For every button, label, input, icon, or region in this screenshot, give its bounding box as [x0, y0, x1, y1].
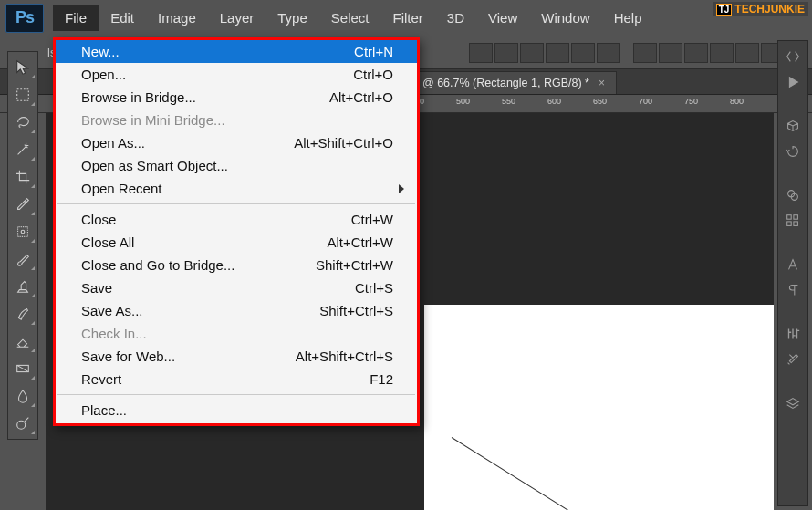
menu-item-shortcut: Shift+Ctrl+W — [316, 257, 393, 273]
align-left-icon[interactable] — [469, 43, 493, 63]
menu-item-label: Open as Smart Object... — [81, 158, 228, 173]
menu-3d[interactable]: 3D — [435, 5, 476, 31]
close-tab-icon[interactable]: × — [599, 77, 605, 89]
menu-item-label: New... — [81, 44, 120, 59]
svg-rect-10 — [794, 222, 798, 226]
menu-item-label: Save — [81, 280, 112, 296]
menu-type[interactable]: Type — [265, 5, 319, 31]
menu-item-shortcut: Alt+Shift+Ctrl+O — [294, 135, 393, 151]
menu-layer[interactable]: Layer — [208, 5, 266, 31]
3d-panel-icon[interactable] — [783, 116, 803, 136]
menu-separator — [57, 394, 415, 395]
ruler-tick-700: 700 — [639, 97, 652, 106]
watermark-logo: TJ — [716, 4, 733, 16]
eyedropper-tool[interactable] — [10, 193, 36, 216]
svg-point-4 — [17, 421, 26, 429]
menu-item-shortcut: Alt+Ctrl+W — [327, 234, 393, 250]
menu-item-label: Open As... — [81, 135, 145, 151]
swatches-panel-icon[interactable] — [783, 211, 803, 231]
tools-panel — [7, 51, 38, 440]
lasso-tool[interactable] — [10, 110, 36, 134]
menu-item-label: Browse in Mini Bridge... — [81, 112, 225, 128]
expand-panel-icon[interactable] — [783, 47, 803, 67]
align-center-icon[interactable] — [494, 43, 518, 63]
distribute-3-icon[interactable] — [684, 43, 708, 63]
menu-item-save-as[interactable]: Save As...Shift+Ctrl+S — [56, 299, 417, 322]
adjustments-panel-icon[interactable] — [783, 324, 803, 344]
menu-item-shortcut: F12 — [370, 371, 393, 387]
ruler-tick-550: 550 — [502, 97, 515, 106]
distribute-5-icon[interactable] — [735, 43, 759, 63]
menu-item-label: Open... — [81, 67, 126, 82]
styles-panel-icon[interactable] — [783, 349, 803, 369]
history-panel-icon[interactable] — [783, 141, 803, 161]
app-logo: Ps — [5, 4, 44, 33]
menu-item-close-and-go-to-bridge[interactable]: Close and Go to Bridge...Shift+Ctrl+W — [56, 254, 417, 276]
menu-item-open-as[interactable]: Open As...Alt+Shift+Ctrl+O — [56, 131, 417, 154]
menu-edit[interactable]: Edit — [99, 5, 146, 31]
align-bottom-icon[interactable] — [597, 43, 620, 63]
menu-item-label: Close All — [81, 234, 134, 250]
distribute-4-icon[interactable] — [710, 43, 734, 63]
document-canvas[interactable] — [424, 305, 774, 510]
svg-rect-1 — [18, 227, 28, 237]
ruler-tick-600: 600 — [547, 97, 561, 106]
play-icon[interactable] — [783, 72, 803, 92]
svg-rect-9 — [787, 222, 792, 226]
menu-item-shortcut: Alt+Ctrl+O — [329, 89, 393, 105]
svg-point-2 — [21, 230, 25, 234]
menu-image[interactable]: Image — [146, 5, 208, 31]
menu-file[interactable]: File — [53, 5, 99, 31]
menu-item-open[interactable]: Open...Ctrl+O — [56, 63, 417, 86]
menu-item-open-as-smart-object[interactable]: Open as Smart Object... — [56, 154, 417, 177]
menu-filter[interactable]: Filter — [381, 5, 435, 31]
menu-item-browse-in-mini-bridge: Browse in Mini Bridge... — [56, 109, 417, 131]
distribute-2-icon[interactable] — [659, 43, 682, 63]
menu-view[interactable]: View — [476, 5, 529, 31]
align-right-icon[interactable] — [520, 43, 544, 63]
dodge-tool[interactable] — [10, 411, 36, 435]
menu-window[interactable]: Window — [529, 5, 601, 31]
blur-tool[interactable] — [10, 384, 36, 408]
menu-item-revert[interactable]: RevertF12 — [56, 368, 417, 390]
menu-item-new[interactable]: New...Ctrl+N — [56, 40, 417, 63]
svg-rect-8 — [794, 215, 798, 220]
menu-help[interactable]: Help — [602, 5, 654, 31]
menu-bar: Ps FileEditImageLayerTypeSelectFilter3DV… — [0, 0, 812, 36]
menu-item-label: Check In... — [81, 326, 147, 341]
document-tab[interactable]: @ 66.7% (Rectangle 1, RGB/8) * × — [411, 71, 617, 94]
history-brush-tool[interactable] — [10, 302, 36, 326]
marquee-tool[interactable] — [10, 83, 36, 107]
menu-item-close-all[interactable]: Close AllAlt+Ctrl+W — [56, 231, 417, 254]
menu-item-save[interactable]: SaveCtrl+S — [56, 276, 417, 299]
menu-item-close[interactable]: CloseCtrl+W — [56, 208, 417, 231]
move-tool[interactable] — [10, 56, 36, 79]
menu-select[interactable]: Select — [319, 5, 381, 31]
paragraph-panel-icon[interactable] — [783, 280, 803, 300]
distribute-1-icon[interactable] — [633, 43, 657, 63]
layers-panel-icon[interactable] — [783, 393, 803, 413]
align-top-icon[interactable] — [546, 43, 569, 63]
menu-item-shortcut: Ctrl+W — [351, 212, 393, 227]
character-panel-icon[interactable] — [783, 255, 803, 275]
menu-item-label: Revert — [81, 371, 121, 387]
gradient-tool[interactable] — [10, 357, 36, 380]
menu-item-shortcut: Ctrl+S — [355, 280, 393, 296]
clone-stamp-tool[interactable] — [10, 275, 36, 298]
menu-item-check-in: Check In... — [56, 322, 417, 345]
eraser-tool[interactable] — [10, 329, 36, 353]
menu-item-place[interactable]: Place... — [56, 399, 417, 422]
crop-tool[interactable] — [10, 165, 36, 189]
brush-tool[interactable] — [10, 247, 36, 271]
submenu-arrow-icon — [399, 184, 404, 193]
menu-item-label: Place... — [81, 402, 127, 418]
menu-item-open-recent[interactable]: Open Recent — [56, 177, 417, 200]
menu-item-save-for-web[interactable]: Save for Web...Alt+Shift+Ctrl+S — [56, 345, 417, 368]
document-tab-title: @ 66.7% (Rectangle 1, RGB/8) * — [422, 77, 589, 89]
healing-brush-tool[interactable] — [10, 220, 36, 244]
color-panel-icon[interactable] — [783, 185, 803, 205]
magic-wand-tool[interactable] — [10, 138, 36, 161]
align-middle-icon[interactable] — [571, 43, 595, 63]
menu-item-label: Save As... — [81, 303, 143, 318]
menu-item-browse-in-bridge[interactable]: Browse in Bridge...Alt+Ctrl+O — [56, 86, 417, 109]
